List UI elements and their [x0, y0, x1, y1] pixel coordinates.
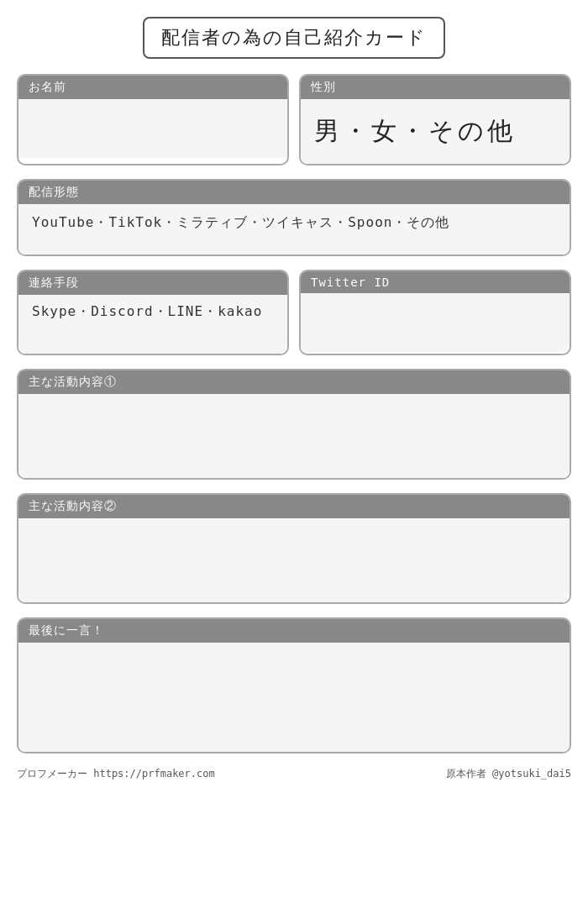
contact-label: 連絡手段 — [18, 271, 287, 295]
gender-label: 性別 — [301, 76, 570, 99]
footer-right: 原本作者 @yotsuki_dai5 — [446, 767, 571, 781]
footer-left: プロフメーカー https://prfmaker.com — [17, 767, 215, 781]
lastword-label: 最後に一言！ — [18, 619, 570, 643]
lastword-body — [18, 643, 570, 752]
footer: プロフメーカー https://prfmaker.com 原本作者 @yotsu… — [17, 767, 571, 781]
lastword-card: 最後に一言！ — [17, 617, 571, 753]
twitter-card: Twitter ID — [299, 270, 571, 355]
name-card: お名前 — [17, 74, 289, 165]
broadcast-card: 配信形態 YouTube・TikTok・ミラティブ・ツイキャス・Spoon・その… — [17, 179, 571, 256]
broadcast-value: YouTube・TikTok・ミラティブ・ツイキャス・Spoon・その他 — [32, 214, 449, 230]
gender-value: 男・女・その他 — [314, 108, 556, 155]
gender-body: 男・女・その他 — [301, 99, 570, 164]
activity1-label: 主な活動内容① — [18, 370, 570, 394]
page-title-container: 配信者の為の自己紹介カード — [17, 17, 571, 59]
gender-card: 性別 男・女・その他 — [299, 74, 571, 165]
row-contact-twitter: 連絡手段 Skype・Discord・LINE・kakao Twitter ID — [17, 270, 571, 355]
activity2-body — [18, 518, 570, 602]
name-label: お名前 — [18, 76, 287, 99]
twitter-label: Twitter ID — [301, 271, 570, 293]
activity2-label: 主な活動内容② — [18, 495, 570, 518]
broadcast-label: 配信形態 — [18, 181, 570, 204]
row-name-gender: お名前 性別 男・女・その他 — [17, 74, 571, 165]
page-title: 配信者の為の自己紹介カード — [143, 17, 445, 59]
twitter-body — [301, 293, 570, 352]
contact-value: Skype・Discord・LINE・kakao — [32, 303, 262, 319]
contact-card: 連絡手段 Skype・Discord・LINE・kakao — [17, 270, 289, 355]
activity1-card: 主な活動内容① — [17, 369, 571, 480]
activity2-card: 主な活動内容② — [17, 493, 571, 604]
contact-body: Skype・Discord・LINE・kakao — [18, 295, 287, 354]
activity1-body — [18, 394, 570, 478]
broadcast-body: YouTube・TikTok・ミラティブ・ツイキャス・Spoon・その他 — [18, 204, 570, 255]
name-body — [18, 99, 287, 158]
